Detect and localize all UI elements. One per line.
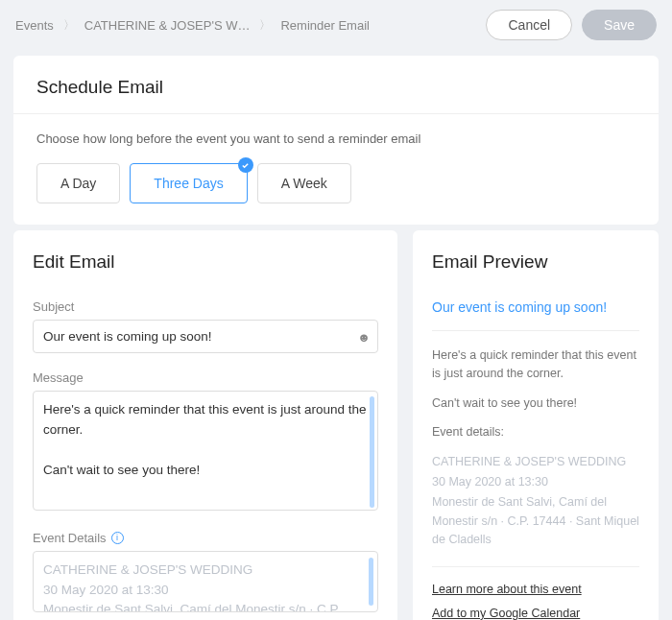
preview-line: Event details: bbox=[432, 423, 639, 441]
edit-email-title: Edit Email bbox=[33, 251, 378, 273]
message-textarea[interactable] bbox=[33, 391, 378, 511]
option-three-days[interactable]: Three Days bbox=[130, 163, 247, 203]
breadcrumb-reminder-email: Reminder Email bbox=[280, 18, 369, 33]
preview-body: Here's a quick reminder that this event … bbox=[432, 346, 639, 620]
option-a-day[interactable]: A Day bbox=[36, 163, 120, 203]
option-label: A Week bbox=[281, 176, 327, 191]
save-button[interactable]: Save bbox=[582, 10, 657, 40]
details-line: 30 May 2020 at 13:30 bbox=[43, 581, 368, 601]
preview-detail: CATHERINE & JOSEP'S WEDDING bbox=[432, 453, 639, 471]
chevron-right-icon: 〉 bbox=[63, 17, 75, 34]
emoji-icon[interactable]: ☻ bbox=[357, 329, 371, 344]
message-label: Message bbox=[33, 370, 378, 385]
subject-label: Subject bbox=[33, 299, 378, 314]
breadcrumb-event-name[interactable]: CATHERINE & JOSEP'S W… bbox=[84, 18, 251, 33]
schedule-email-panel: Schedule Email Choose how long before th… bbox=[13, 56, 659, 225]
learn-more-link[interactable]: Learn more about this event bbox=[432, 581, 639, 599]
check-icon bbox=[238, 157, 253, 173]
preview-line: Here's a quick reminder that this event … bbox=[432, 346, 639, 384]
option-label: A Day bbox=[60, 176, 96, 191]
details-line: CATHERINE & JOSEP'S WEDDING bbox=[43, 560, 368, 581]
schedule-description: Choose how long before the event you wan… bbox=[36, 131, 636, 146]
details-line: Monestir de Sant Salvi, Camí del Monesti… bbox=[43, 600, 368, 611]
scrollbar[interactable] bbox=[370, 396, 374, 508]
preview-subject: Our event is coming up soon! bbox=[432, 299, 639, 315]
email-preview-panel: Email Preview Our event is coming up soo… bbox=[413, 230, 659, 620]
add-to-calendar-link[interactable]: Add to my Google Calendar bbox=[432, 605, 639, 620]
schedule-title: Schedule Email bbox=[36, 77, 636, 98]
subject-input[interactable] bbox=[33, 320, 378, 353]
option-label: Three Days bbox=[154, 176, 223, 191]
breadcrumb-events[interactable]: Events bbox=[15, 18, 54, 33]
preview-title: Email Preview bbox=[432, 251, 639, 273]
scrollbar[interactable] bbox=[369, 558, 373, 606]
preview-detail: 30 May 2020 at 13:30 bbox=[432, 473, 639, 491]
chevron-right-icon: 〉 bbox=[259, 17, 271, 34]
event-details-box: CATHERINE & JOSEP'S WEDDING 30 May 2020 … bbox=[33, 551, 378, 612]
preview-detail: Monestir de Sant Salvi, Camí del Monesti… bbox=[432, 493, 639, 549]
cancel-button[interactable]: Cancel bbox=[486, 10, 572, 40]
option-a-week[interactable]: A Week bbox=[257, 163, 351, 203]
preview-line: Can't wait to see you there! bbox=[432, 394, 639, 413]
schedule-options: A Day Three Days A Week bbox=[36, 163, 636, 203]
event-details-label: Event Details i bbox=[33, 531, 378, 545]
info-icon[interactable]: i bbox=[111, 532, 124, 544]
edit-email-panel: Edit Email Subject ☻ Message Event Detai… bbox=[13, 230, 397, 620]
breadcrumb: Events 〉 CATHERINE & JOSEP'S W… 〉 Remind… bbox=[15, 17, 370, 34]
